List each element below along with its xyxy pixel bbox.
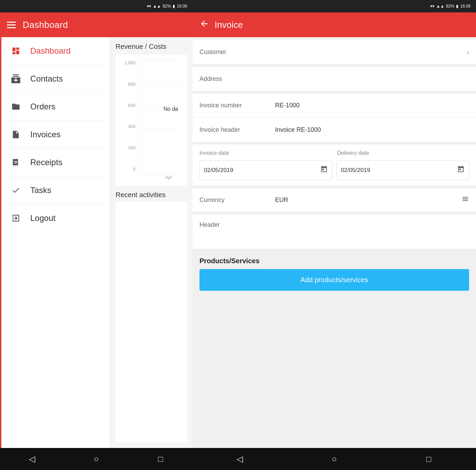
invoice-date-value: 02/05/2019	[204, 167, 233, 174]
logout-icon	[10, 212, 22, 224]
add-products-button[interactable]: Add products/services	[199, 269, 469, 291]
customer-label: Customer	[199, 49, 275, 56]
recent-activities-title: Recent activities	[116, 191, 187, 199]
sidebar-label-logout: Logout	[30, 213, 55, 223]
customer-arrow-icon: ›	[467, 48, 469, 56]
delivery-date-label: Delivery date	[337, 150, 469, 156]
left-recents-button[interactable]: □	[154, 452, 167, 466]
left-signal-icon: ▲▲	[153, 4, 161, 9]
address-card: Address	[193, 67, 476, 91]
customer-card: Customer ›	[193, 40, 476, 64]
revenue-chart: 1.000 800 600 400 200 0	[116, 55, 187, 185]
invoice-number-value: RE-1000	[275, 102, 469, 109]
right-bottom-nav: ◁ ○ □	[193, 448, 476, 470]
gridline-1000	[139, 60, 182, 61]
hamburger-line-3	[7, 27, 16, 28]
currency-row[interactable]: Currency EUR	[193, 188, 476, 212]
invoice-date-calendar-icon[interactable]	[320, 165, 328, 175]
x-label-apr: Apr	[155, 175, 182, 180]
dates-section: Invoice date Delivery date 02/05/2019 02…	[193, 145, 476, 185]
left-status-right: ▾▾ ▲▲ 82% ▮ 16:09	[147, 4, 187, 9]
gridline-200	[139, 152, 182, 152]
left-wifi-icon: ▾▾	[147, 4, 151, 9]
invoice-number-label: Invoice number	[199, 102, 275, 109]
back-button[interactable]	[199, 19, 209, 31]
left-status-bar: ▾▾ ▲▲ 82% ▮ 16:09	[0, 0, 193, 12]
currency-menu-icon[interactable]	[462, 195, 469, 205]
tasks-icon	[10, 184, 22, 196]
sidebar-label-contacts: Contacts	[30, 74, 63, 84]
dashboard-title: Dashboard	[23, 20, 68, 30]
sidebar-nav: Dashboard Contacts	[1, 37, 110, 448]
chart-x-labels: Apr	[155, 175, 182, 180]
receipts-icon	[10, 156, 22, 169]
sidebar-item-contacts[interactable]: Contacts	[1, 65, 110, 93]
currency-label: Currency	[199, 196, 275, 204]
contacts-icon	[10, 73, 22, 85]
revenue-costs-title: Revenue / Costs	[116, 43, 187, 51]
invoice-form: Customer › Address Invoice number RE-100…	[193, 37, 476, 448]
right-battery-pct: 82%	[446, 4, 454, 9]
y-label-400: 400	[128, 124, 136, 129]
hamburger-line-1	[7, 22, 16, 23]
y-label-1000: 1.000	[124, 60, 136, 65]
left-back-button[interactable]: ◁	[25, 452, 39, 466]
chart-area: 1.000 800 600 400 200 0	[121, 60, 182, 180]
orders-icon	[10, 100, 22, 113]
address-row[interactable]: Address	[193, 67, 476, 91]
date-labels-row: Invoice date Delivery date	[199, 150, 469, 156]
sidebar-label-receipts: Receipts	[30, 158, 62, 167]
header-card: Header	[193, 214, 476, 249]
customer-row[interactable]: Customer ›	[193, 40, 476, 64]
chart-plot: No da	[138, 60, 182, 175]
invoice-date-input[interactable]: 02/05/2019	[199, 160, 332, 180]
sidebar-item-dashboard[interactable]: Dashboard	[1, 37, 110, 65]
left-home-button[interactable]: ○	[89, 452, 103, 466]
sidebar-item-invoices[interactable]: Invoices	[1, 121, 110, 148]
right-status-bar: ▾▾ ▲▲ 82% ▮ 16:09	[193, 0, 476, 12]
right-back-button[interactable]: ◁	[233, 452, 247, 466]
y-label-0: 0	[133, 167, 136, 172]
right-topbar: Invoice	[193, 12, 476, 37]
y-label-600: 600	[128, 103, 136, 108]
left-time: 16:09	[177, 4, 187, 9]
right-signal-icon: ▲▲	[436, 4, 444, 9]
sidebar-label-orders: Orders	[30, 102, 55, 111]
invoice-header-row[interactable]: Invoice header Invoice RE-1000	[193, 118, 476, 142]
delivery-date-input[interactable]: 02/05/2019	[336, 160, 469, 180]
header-row: Header	[199, 220, 469, 241]
sidebar-item-tasks[interactable]: Tasks	[1, 177, 110, 204]
invoice-title: Invoice	[215, 20, 243, 30]
sidebar-item-receipts[interactable]: Receipts	[1, 149, 110, 176]
currency-value: EUR	[275, 196, 462, 204]
right-recents-button[interactable]: □	[422, 452, 436, 466]
invoice-date-label: Invoice date	[199, 150, 332, 156]
right-home-button[interactable]: ○	[327, 452, 341, 466]
header-input[interactable]	[275, 220, 469, 241]
chart-y-axis: 1.000 800 600 400 200 0	[121, 60, 138, 180]
invoice-header-label: Invoice header	[199, 126, 275, 133]
invoice-header-value: Invoice RE-1000	[275, 126, 469, 133]
gridline-800	[139, 83, 182, 83]
invoices-icon	[10, 128, 22, 141]
dashboard-content: Revenue / Costs 1.000 800 600 400 200 0	[110, 37, 193, 448]
sidebar-label-dashboard: Dashboard	[30, 46, 71, 56]
hamburger-menu[interactable]	[7, 22, 16, 28]
products-section: Products/Services Add products/services	[193, 252, 476, 293]
invoice-number-row[interactable]: Invoice number RE-1000	[193, 94, 476, 118]
delivery-date-value: 02/05/2019	[341, 167, 370, 174]
gridline-400	[139, 129, 182, 129]
sidebar: Dashboard Contacts	[0, 37, 110, 448]
date-inputs: 02/05/2019 02/05/2019	[199, 160, 469, 180]
no-data-label: No da	[163, 106, 178, 112]
sidebar-item-orders[interactable]: Orders	[1, 93, 110, 120]
right-wifi-icon: ▾▾	[430, 4, 434, 9]
sidebar-item-logout[interactable]: Logout	[1, 204, 110, 232]
products-title: Products/Services	[199, 257, 469, 265]
delivery-date-calendar-icon[interactable]	[457, 165, 465, 175]
right-status-right: ▾▾ ▲▲ 82% ▮ 16:09	[430, 4, 470, 9]
y-label-200: 200	[128, 145, 136, 150]
address-label: Address	[199, 75, 275, 83]
right-battery-icon: ▮	[456, 4, 458, 9]
dashboard-icon	[10, 45, 22, 57]
